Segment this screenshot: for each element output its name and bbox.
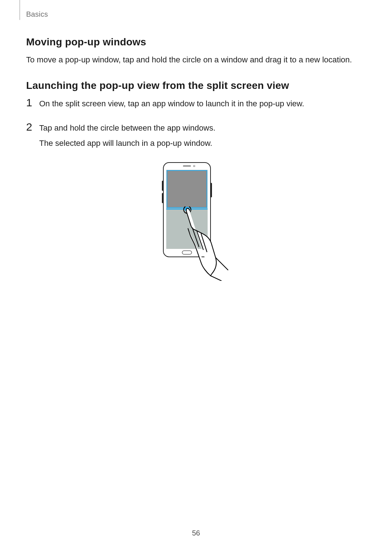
header-divider: [20, 0, 20, 20]
step-body: Tap and hold the circle between the app …: [39, 122, 366, 152]
svg-rect-3: [211, 183, 212, 197]
step-1: 1 On the split screen view, tap an app w…: [26, 97, 366, 113]
step-number: 1: [26, 97, 39, 108]
svg-rect-4: [183, 165, 191, 167]
step-number: 2: [26, 122, 39, 132]
svg-rect-2: [162, 193, 163, 203]
svg-rect-1: [162, 181, 163, 191]
svg-rect-7: [167, 171, 207, 208]
page-number: 56: [0, 529, 392, 537]
paragraph-moving-popups: To move a pop-up window, tap and hold th…: [26, 54, 366, 66]
step-2: 2 Tap and hold the circle between the ap…: [26, 122, 366, 152]
steps-list: 1 On the split screen view, tap an app w…: [26, 97, 366, 152]
heading-launch-popup: Launching the pop-up view from the split…: [26, 80, 366, 91]
step-text: Tap and hold the circle between the app …: [39, 122, 366, 134]
phone-split-screen-illustration: [156, 161, 236, 281]
page: Basics Moving pop-up windows To move a p…: [0, 0, 392, 554]
content-area: Moving pop-up windows To move a pop-up w…: [26, 36, 366, 281]
breadcrumb: Basics: [26, 10, 48, 19]
figure-wrapper: [26, 161, 366, 281]
step-text: On the split screen view, tap an app win…: [39, 98, 366, 110]
heading-moving-popups: Moving pop-up windows: [26, 36, 366, 48]
step-body: On the split screen view, tap an app win…: [39, 98, 366, 113]
step-text: The selected app will launch in a pop-up…: [39, 137, 366, 149]
